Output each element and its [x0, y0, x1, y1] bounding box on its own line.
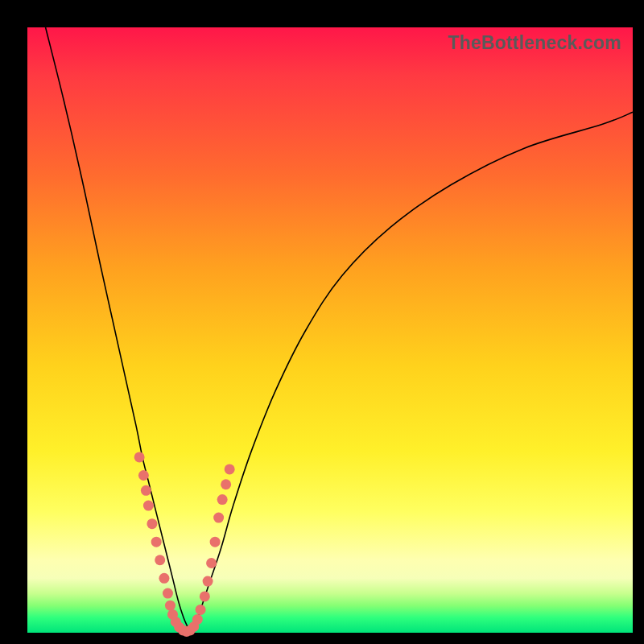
scatter-dot	[151, 537, 162, 547]
scatter-dot	[203, 576, 213, 587]
chart-svg	[27, 27, 633, 633]
scatter-dot	[165, 601, 175, 611]
scatter-dots	[134, 452, 235, 637]
right-curve	[191, 112, 633, 633]
plot-area: TheBottleneck.com	[27, 27, 633, 633]
scatter-dot	[138, 470, 149, 481]
scatter-dot	[225, 464, 235, 474]
scatter-dot	[163, 588, 173, 599]
scatter-dot	[147, 518, 157, 529]
scatter-dot	[210, 537, 221, 547]
scatter-dot	[155, 555, 165, 565]
chart-stage: TheBottleneck.com	[0, 0, 644, 644]
scatter-dot	[221, 479, 231, 489]
scatter-dot	[206, 558, 217, 568]
scatter-dot	[192, 614, 203, 625]
scatter-dot	[159, 573, 169, 584]
scatter-dot	[213, 513, 224, 523]
left-curve	[46, 27, 191, 633]
scatter-dot	[200, 591, 210, 601]
scatter-dot	[196, 605, 206, 615]
scatter-dot	[141, 485, 151, 496]
scatter-dot	[217, 494, 228, 505]
scatter-dot	[134, 452, 145, 462]
scatter-dot	[143, 501, 154, 511]
